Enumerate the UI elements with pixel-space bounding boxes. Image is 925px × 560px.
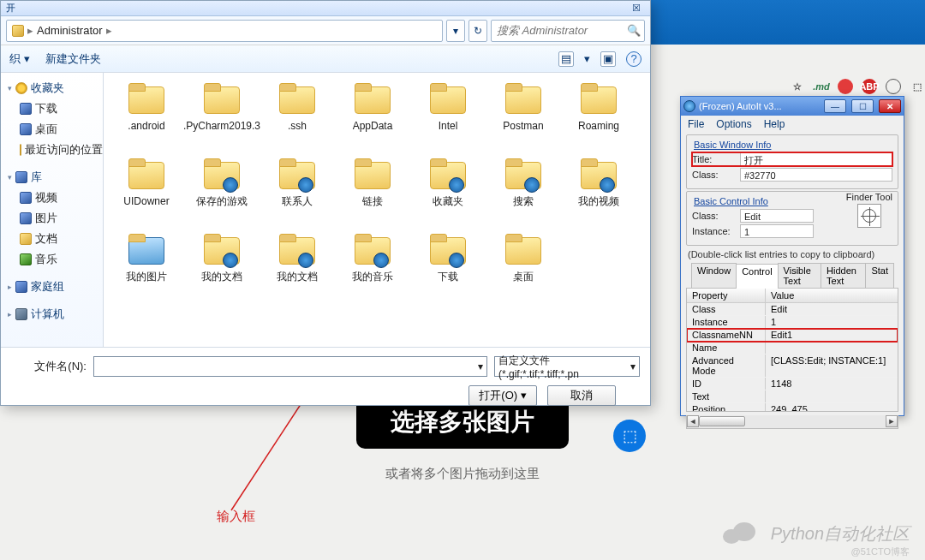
- abp-icon[interactable]: ABP: [862, 79, 877, 94]
- horizontal-scrollbar[interactable]: ◄ ►: [686, 415, 898, 429]
- star-icon[interactable]: ☆: [790, 79, 805, 94]
- folder-item[interactable]: 我的文档: [186, 234, 258, 302]
- system-menu-icon[interactable]: ☒: [627, 3, 645, 15]
- file-filter-combo[interactable]: 自定义文件 (*.gif;*.tif;*.tiff;*.pn ▾: [494, 356, 640, 377]
- help-icon[interactable]: ?: [626, 51, 642, 67]
- history-dropdown-button[interactable]: ▾: [446, 20, 465, 42]
- folder-item[interactable]: 收藏夹: [412, 158, 484, 227]
- dropdown-icon[interactable]: ▾: [478, 360, 483, 372]
- folder-item[interactable]: .PyCharm2019.3: [186, 83, 258, 152]
- search-box[interactable]: 🔍: [491, 20, 645, 42]
- folder-item[interactable]: UIDowner: [110, 158, 182, 227]
- breadcrumb[interactable]: ▸ Administrator ▸: [6, 20, 443, 42]
- folder-item[interactable]: AppData: [337, 83, 409, 152]
- folder-item[interactable]: Roaming: [563, 83, 635, 152]
- scroll-thumb[interactable]: [699, 416, 745, 426]
- sidebar-group-computer[interactable]: ▸计算机: [6, 304, 99, 325]
- dropdown-icon[interactable]: ▾: [630, 360, 636, 372]
- table-row[interactable]: Text: [687, 390, 898, 403]
- search-input[interactable]: [497, 24, 627, 37]
- folder-item[interactable]: Intel: [412, 83, 484, 152]
- maximize-button[interactable]: ☐: [851, 99, 874, 113]
- tab-window[interactable]: Window: [691, 263, 737, 288]
- red-dot-icon[interactable]: [838, 79, 853, 94]
- file-list[interactable]: .android.PyCharm2019.3.sshAppDataIntelPo…: [104, 73, 650, 347]
- row-class: Class: #32770: [692, 168, 892, 182]
- folder-icon: [276, 234, 319, 268]
- box-icon[interactable]: ⬚: [910, 79, 925, 94]
- filename-combo[interactable]: ▾: [93, 356, 487, 377]
- folder-item[interactable]: 我的图片: [110, 234, 182, 302]
- sidebar-item-desktop[interactable]: 桌面: [6, 119, 99, 140]
- tab-hidden-text[interactable]: Hidden Text: [821, 263, 866, 288]
- sidebar-item-music[interactable]: 音乐: [6, 249, 99, 270]
- tab-visible-text[interactable]: Visible Text: [778, 263, 822, 288]
- folder-item[interactable]: 保存的游戏: [186, 158, 258, 227]
- finder-target[interactable]: [857, 204, 881, 228]
- breadcrumb-item[interactable]: Administrator: [37, 24, 103, 37]
- organize-button[interactable]: 织 ▾: [9, 51, 30, 67]
- sidebar-group-favorites[interactable]: ▾收藏夹: [6, 78, 99, 98]
- folder-item[interactable]: 下载: [412, 234, 484, 302]
- folder-label: 我的文档: [201, 271, 242, 283]
- sidebar-item-pictures[interactable]: 图片: [6, 208, 99, 229]
- property-table[interactable]: Property Value ClassEditInstance1Classna…: [686, 289, 898, 412]
- folder-item[interactable]: .ssh: [261, 83, 333, 152]
- folder-item[interactable]: .android: [110, 83, 182, 152]
- tab-status[interactable]: Stat: [865, 263, 894, 288]
- tab-control[interactable]: Control: [736, 264, 778, 289]
- value-class[interactable]: #32770: [740, 168, 892, 182]
- folder-item[interactable]: 我的视频: [563, 158, 635, 227]
- sidebar-group-libraries[interactable]: ▾库: [6, 167, 99, 188]
- cancel-button[interactable]: 取消: [547, 385, 616, 406]
- sidebar-item-documents[interactable]: 文档: [6, 229, 99, 249]
- menu-file[interactable]: File: [688, 118, 704, 130]
- refresh-button[interactable]: ↻: [468, 20, 487, 42]
- open-button[interactable]: 打开(O) ▾: [468, 385, 537, 406]
- music-icon: [20, 253, 32, 265]
- sidebar-item-downloads[interactable]: 下载: [6, 98, 99, 119]
- view-dropdown-icon[interactable]: ▾: [584, 52, 590, 65]
- square-icon[interactable]: [886, 79, 901, 94]
- inspector-tabs: Window Control Visible Text Hidden Text …: [686, 263, 898, 289]
- table-row[interactable]: Name: [687, 342, 898, 354]
- sidebar-item-recent[interactable]: 最近访问的位置: [6, 140, 99, 160]
- folder-item[interactable]: Postman: [487, 83, 559, 152]
- filename-label: 文件名(N):: [11, 359, 87, 374]
- table-row[interactable]: Position249, 475: [687, 403, 898, 412]
- close-button[interactable]: ✕: [879, 99, 901, 113]
- table-row[interactable]: ID1148: [687, 378, 898, 390]
- scroll-left-icon[interactable]: ◄: [687, 415, 699, 427]
- prop-name: Class: [687, 303, 766, 315]
- sidebar-item-videos[interactable]: 视频: [6, 188, 99, 208]
- folder-item[interactable]: 联系人: [261, 158, 333, 227]
- row-instance: Instance: 1: [692, 224, 846, 238]
- folder-item[interactable]: 我的文档: [261, 234, 333, 302]
- sidebar-group-homegroup[interactable]: ▸家庭组: [6, 277, 99, 297]
- finder-tool[interactable]: Finder Tool: [846, 192, 892, 228]
- menu-help[interactable]: Help: [764, 118, 785, 130]
- folder-item[interactable]: 我的音乐: [337, 234, 409, 302]
- table-row[interactable]: ClassnameNNEdit1: [687, 329, 898, 342]
- md-icon[interactable]: .md: [814, 79, 829, 94]
- table-row[interactable]: Advanced Mode[CLASS:Edit; INSTANCE:1]: [687, 354, 898, 378]
- table-row[interactable]: Instance1: [687, 316, 898, 329]
- new-folder-button[interactable]: 新建文件夹: [45, 51, 101, 67]
- folder-item[interactable]: 桌面: [487, 234, 559, 302]
- folder-item[interactable]: 链接: [337, 158, 409, 227]
- preview-pane-icon[interactable]: ▣: [600, 51, 616, 67]
- folder-icon: [125, 158, 168, 193]
- library-icon: [15, 171, 27, 183]
- value-title[interactable]: 打开: [740, 152, 892, 166]
- view-mode-icon[interactable]: ▤: [558, 51, 574, 67]
- folder-item[interactable]: 搜索: [487, 158, 559, 227]
- filename-input[interactable]: [98, 358, 478, 375]
- table-row[interactable]: ClassEdit: [687, 303, 898, 316]
- minimize-button[interactable]: —: [824, 99, 846, 113]
- menu-options[interactable]: Options: [716, 118, 751, 130]
- scroll-right-icon[interactable]: ►: [886, 415, 898, 427]
- value-instance[interactable]: 1: [740, 224, 814, 238]
- dropbox-button[interactable]: ⬚: [613, 420, 646, 452]
- value-ctrl-class[interactable]: Edit: [740, 209, 814, 223]
- inspector-titlebar[interactable]: (Frozen) AutoIt v3... — ☐ ✕: [681, 97, 904, 116]
